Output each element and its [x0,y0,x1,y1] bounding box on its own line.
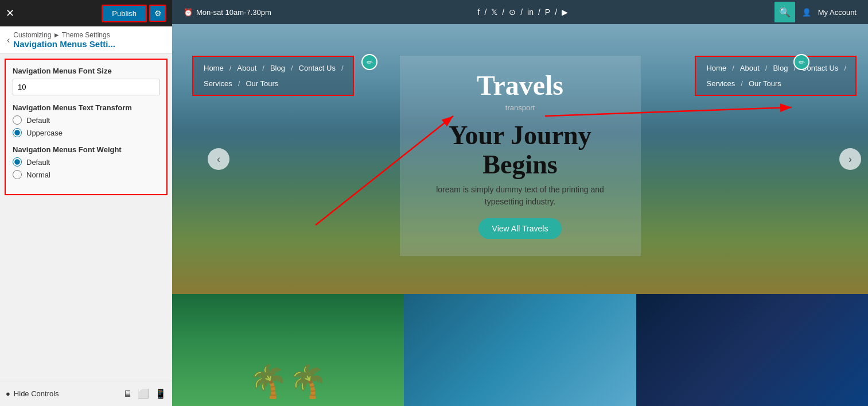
bottom-image-3 [636,294,868,406]
account-icon: 👤 [802,8,811,17]
sep2: / [502,7,504,17]
publish-area: Publish ⚙ [102,5,166,22]
pinterest-icon[interactable]: P [545,7,550,17]
breadcrumb-text: Customizing ► Theme Settings [13,31,115,39]
font-weight-default-label: Default [26,158,50,167]
font-weight-group: Default Normal [13,157,159,179]
font-weight-default[interactable]: Default [13,157,159,167]
header-social-icons: f / 𝕏 / ⊙ / in / P / ▶ [477,7,568,17]
search-button[interactable]: 🔍 [774,2,795,22]
edit-pencil-left[interactable]: ✏ [361,54,377,70]
text-transform-group: Default Uppercase [13,115,159,137]
bottom-image-2 [404,294,636,406]
nav-services[interactable]: Services [201,78,235,89]
sep-1: / [228,63,233,74]
rsep-1: / [731,63,735,74]
text-transform-default-radio[interactable] [13,115,22,125]
rnav-home[interactable]: Home [704,63,729,74]
header-right: 🔍 👤 My Account [774,2,857,22]
right-preview: ⏰ Mon-sat 10am-7.30pm f / 𝕏 / ⊙ / in / P… [172,0,868,406]
my-account-link[interactable]: My Account [818,8,857,17]
nav-tours[interactable]: Our Tours [243,78,281,89]
close-button[interactable]: ✕ [6,7,14,20]
instagram-icon[interactable]: ⊙ [509,7,516,17]
back-button[interactable]: ‹ [7,35,10,45]
clock-icon: ⏰ [184,8,193,17]
site-header: ⏰ Mon-sat 10am-7.30pm f / 𝕏 / ⊙ / in / P… [172,0,868,24]
sep5: / [555,7,557,17]
left-panel: ✕ Publish ⚙ ‹ Customizing ► Theme Settin… [0,0,172,406]
hero-transport: transport [417,103,624,112]
publish-button[interactable]: Publish [102,5,147,22]
right-nav-row1: Home / About / Blog / Contact Us / [704,63,847,74]
bottom-image-1: 🌴🌴 [172,294,404,406]
rnav-services[interactable]: Services [704,78,737,89]
rnav-about[interactable]: About [738,63,762,74]
sep4: / [538,7,540,17]
text-transform-uppercase-label: Uppercase [26,129,63,137]
rsep-2: / [764,63,769,74]
hero-tagline: Travels [417,69,624,101]
carousel-prev-button[interactable]: ‹ [208,148,229,170]
rnav-blog[interactable]: Blog [770,63,790,74]
rsep-4: / [843,63,847,74]
text-transform-default-label: Default [26,116,50,125]
settings-button[interactable]: ⚙ [149,5,166,22]
font-weight-default-radio[interactable] [13,157,22,167]
nav-home[interactable]: Home [201,63,226,74]
font-weight-normal[interactable]: Normal [13,170,159,179]
hide-controls-icon: ● [6,389,10,398]
desktop-icon[interactable]: 🖥 [123,389,132,399]
bottom-strip: 🌴🌴 [172,294,868,406]
mobile-icon[interactable]: 📱 [155,388,166,399]
font-size-label: Navigation Menus Font Size [13,67,159,75]
left-nav-box: Home / About / Blog / Contact Us / Servi… [192,56,354,96]
font-weight-label: Navigation Menus Font Weight [13,145,159,154]
font-weight-normal-label: Normal [26,171,50,179]
font-weight-normal-radio[interactable] [13,170,22,179]
font-size-input[interactable] [13,79,159,95]
right-nav-box: Home / About / Blog / Contact Us / Servi… [695,56,857,96]
sep3: / [520,7,523,17]
rnav-tours[interactable]: Our Tours [746,78,784,89]
view-all-button[interactable]: View All Travels [478,218,562,239]
text-transform-label: Navigation Menus Text Transform [13,103,159,112]
text-transform-uppercase-radio[interactable] [13,128,22,137]
section-title: Navigation Menus Setti... [13,39,115,49]
hero-title: Your Journy Begins [417,121,624,179]
left-nav-row2: Services / Our Tours [201,78,345,89]
linkedin-icon[interactable]: in [527,7,534,17]
hero-description: loream is simply dummy text of the print… [417,184,624,208]
hide-controls-button[interactable]: ● Hide Controls [6,389,59,398]
edit-pencil-right[interactable]: ✏ [793,54,809,70]
hero-section: ✏ Home / About / Blog / Contact Us / Ser… [172,24,868,294]
nav-blog[interactable]: Blog [268,63,287,74]
controls-area: Navigation Menus Font Size Navigation Me… [5,59,168,195]
bottom-bar: ● Hide Controls 🖥 ⬜ 📱 [0,381,172,406]
text-transform-uppercase[interactable]: Uppercase [13,128,159,137]
nav-about[interactable]: About [235,63,259,74]
sep-2: / [261,63,266,74]
nav-contact[interactable]: Contact Us [297,63,338,74]
device-icons: 🖥 ⬜ 📱 [123,388,166,399]
sep-5: / [237,78,242,89]
facebook-icon[interactable]: f [477,7,480,17]
tablet-icon[interactable]: ⬜ [138,388,149,399]
youtube-icon[interactable]: ▶ [562,7,568,17]
left-nav-row1: Home / About / Blog / Contact Us / [201,63,345,74]
sep1: / [484,7,486,17]
right-nav-row2: Services / Our Tours [704,78,847,89]
rsep-5: / [739,78,744,89]
header-left: ⏰ Mon-sat 10am-7.30pm [184,8,271,17]
header-schedule: Mon-sat 10am-7.30pm [196,8,271,17]
text-transform-default[interactable]: Default [13,115,159,125]
top-bar: ✕ Publish ⚙ [0,0,172,26]
sep-3: / [290,63,294,74]
carousel-next-button[interactable]: › [839,148,861,170]
twitter-icon[interactable]: 𝕏 [491,7,497,17]
hero-center: Travels transport Your Journy Begins lor… [400,56,641,256]
hide-controls-label: Hide Controls [14,389,59,398]
sep-4: / [340,63,345,74]
breadcrumb-bar: ‹ Customizing ► Theme Settings Navigatio… [0,26,172,54]
